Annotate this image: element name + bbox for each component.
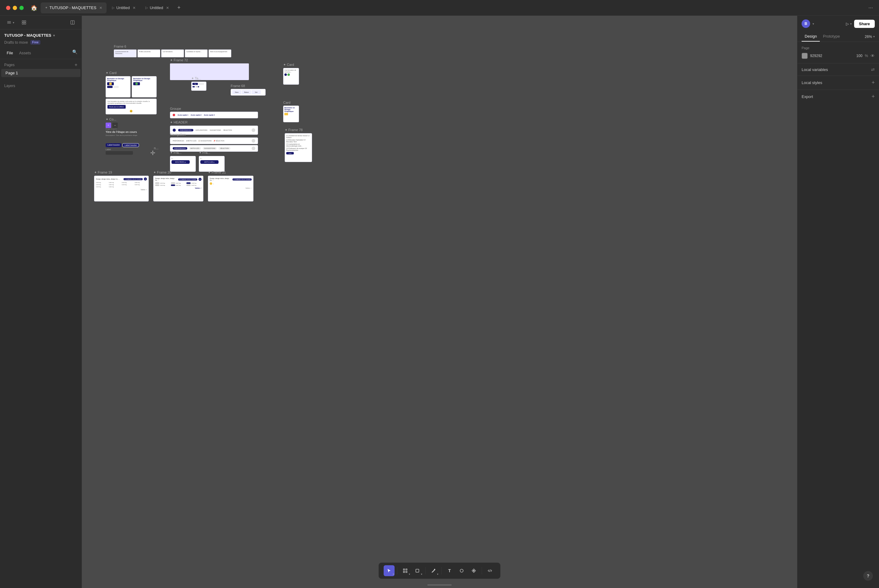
tab-close-icon-2[interactable]: ✕ (166, 6, 169, 10)
text-tool-button[interactable]: T (444, 565, 455, 576)
scrollbar[interactable] (427, 584, 452, 586)
pen-tool-button[interactable]: ▾ (428, 565, 439, 576)
shape-tool-button[interactable]: ▾ (412, 565, 423, 576)
component-tool-button[interactable] (468, 565, 479, 576)
frame6-tab1[interactable]: Fonctionnement de Parcourou (114, 50, 137, 57)
code-tool-button[interactable] (484, 565, 495, 576)
sidebar-nav: File Assets 🔍 (0, 47, 82, 59)
frame20-content[interactable]: Design, design indus, design Ux, ... 4 D… (153, 176, 203, 201)
fra1-label: ✦ Fra... (170, 151, 196, 155)
assets-icon-button[interactable] (19, 19, 29, 26)
canvas[interactable]: Frame 6 Fonctionnement de Parcourou Prof… (82, 16, 797, 588)
add-page-button[interactable]: + (75, 62, 77, 68)
frame6-tab2[interactable]: Profils concernés (137, 50, 160, 57)
add-export-button[interactable]: + (871, 93, 875, 100)
more-menu-button[interactable]: ··· (868, 4, 873, 11)
export-section[interactable]: Export + (797, 90, 879, 104)
svg-rect-1 (7, 22, 11, 23)
pen-tool-chevron-icon: ▾ (437, 573, 438, 576)
frame72-label: ✦ Frame 72 (170, 58, 249, 62)
svg-rect-11 (403, 572, 404, 573)
left-sidebar: ▾ TUTUSOP - MAQUETTES ▾ Drafts to move F… (0, 16, 82, 588)
select-tool-chevron-icon: ▾ (393, 573, 394, 576)
card1-item1[interactable]: Bachelor en Design Graphique (106, 76, 131, 98)
frame68-content[interactable]: Novo Retour Voir (231, 89, 266, 96)
frame21-content[interactable]: Design, design indus, design Ux, ... 4 D… (208, 176, 254, 201)
svg-rect-13 (416, 569, 419, 572)
prototype-tab[interactable]: Prototype (820, 32, 843, 42)
frame78-content[interactable]: 3.1 Assistent de Service Social 3.2 Auth… (285, 133, 312, 162)
user-avatar[interactable]: B (802, 20, 810, 28)
svg-rect-9 (403, 569, 404, 570)
ellipse-tool-button[interactable] (456, 565, 467, 576)
card1-item2[interactable]: Bachelor en Design Graphique (132, 76, 156, 98)
frame72-content[interactable] (170, 63, 249, 80)
page1-item[interactable]: Page 1 (1, 69, 80, 77)
select-tool-button[interactable]: ▾ (384, 565, 395, 576)
svg-line-17 (490, 570, 490, 572)
page-color-swatch[interactable] (802, 53, 808, 59)
traffic-lights (6, 6, 24, 10)
page-color-hex: 929292 (810, 54, 854, 58)
label-btn1[interactable]: Label bouton (106, 143, 122, 147)
frame21-container: ✦ Frame 21 Design, design indus, design … (208, 171, 254, 201)
co-plus[interactable]: + (106, 123, 111, 128)
local-variables-label: Local variables (802, 68, 828, 72)
svg-rect-3 (22, 21, 24, 22)
tab-figma-icon: ✦ (45, 6, 48, 10)
tab-close-icon-1[interactable]: ✕ (133, 6, 136, 10)
add-tab-button[interactable]: + (174, 4, 183, 12)
fra2-content[interactable]: n... MOTS-CLÉS ▸ (199, 156, 225, 172)
groupe-content[interactable]: Accès rapide 1 Accès rapide 2 Accès rapi… (170, 112, 258, 118)
minimize-button[interactable] (13, 6, 17, 10)
sidebar-file-tab[interactable]: File (4, 50, 15, 56)
toolbar-separator-3 (441, 567, 442, 574)
frame78-label: ✦ Frame 78 (285, 128, 312, 132)
frame6-tab3[interactable]: Les formations (161, 50, 184, 57)
layout-toggle-button[interactable] (68, 19, 77, 26)
zoom-control[interactable]: 26% ▾ (865, 32, 875, 42)
frame6-tab5[interactable]: Aide et accompagnement (209, 50, 231, 57)
sidebar-assets-tab[interactable]: Assets (17, 50, 33, 56)
tab-close-icon[interactable]: ✕ (99, 6, 102, 10)
frame-tool-button[interactable]: ▾ (400, 565, 411, 576)
share-button[interactable]: Share (854, 20, 875, 28)
shape-tool-chevron-icon: ▾ (421, 573, 422, 576)
local-styles-section[interactable]: Local styles + (797, 76, 879, 90)
close-button[interactable] (6, 6, 11, 10)
local-variables-section[interactable]: Local variables ⇄ (797, 63, 879, 76)
frame72-container: ✦ Frame 72 (170, 58, 249, 80)
free-badge: Free (30, 40, 41, 45)
tab-untitled2[interactable]: ▷ Untitled ✕ (141, 2, 173, 14)
export-label: Export (802, 94, 813, 99)
play-button[interactable]: ▷ ▾ (846, 21, 852, 26)
tab-tutusop[interactable]: ✦ TUTUSOP - MAQUETTES ✕ (41, 2, 107, 14)
tab-untitled1[interactable]: ▷ Untitled ✕ (108, 2, 140, 14)
help-button[interactable]: ? (863, 571, 873, 581)
design-tab[interactable]: Design (802, 32, 820, 42)
co-label: ✦ Co... (106, 117, 118, 122)
nav-content1[interactable]: PRÉFÉRENCES ⚙ MOTS-CLÉS 📋 SUGGESTIONS 📌 … (170, 138, 258, 144)
maximize-button[interactable] (20, 6, 24, 10)
card1-main[interactable]: Une formation de premier cycle axée sur … (106, 99, 156, 114)
visibility-toggle-icon[interactable]: 👁 (870, 53, 875, 58)
ta-content[interactable]: Tag (191, 82, 206, 91)
label-input[interactable] (106, 151, 133, 155)
project-name: TUTUSOP - MAQUETTES (4, 33, 51, 38)
add-local-style-button[interactable]: + (871, 80, 875, 86)
frame-text-area: Étape 1 sur 3 Titre de l'étape en cours … (106, 128, 148, 136)
titlebar: 🏠 ✦ TUTUSOP - MAQUETTES ✕ ▷ Untitled ✕ ▷… (0, 0, 879, 16)
card3-content[interactable]: Bachelor en Design Graphique (283, 106, 299, 122)
label-btn2[interactable]: Label bouton (122, 143, 139, 147)
co-minus[interactable]: − (112, 123, 118, 128)
svg-rect-2 (7, 23, 11, 24)
frame-tool-chevron-icon: ▾ (409, 573, 410, 576)
design-tabs: Design Prototype 26% ▾ (797, 32, 879, 42)
card2-content[interactable]: Line formation de nouveau... (283, 68, 299, 85)
frame19-content[interactable]: Design, design indus, design Ux, ... 4 D… (94, 176, 149, 201)
layers-button[interactable]: ▾ (4, 19, 17, 26)
frame6-tab4[interactable]: Candidats en reprise... (185, 50, 207, 57)
fra1-content[interactable]: n... MON PROFIL ▸ (170, 156, 196, 172)
home-button[interactable]: 🏠 (29, 2, 39, 14)
sidebar-search-button[interactable]: 🔍 (72, 50, 77, 56)
